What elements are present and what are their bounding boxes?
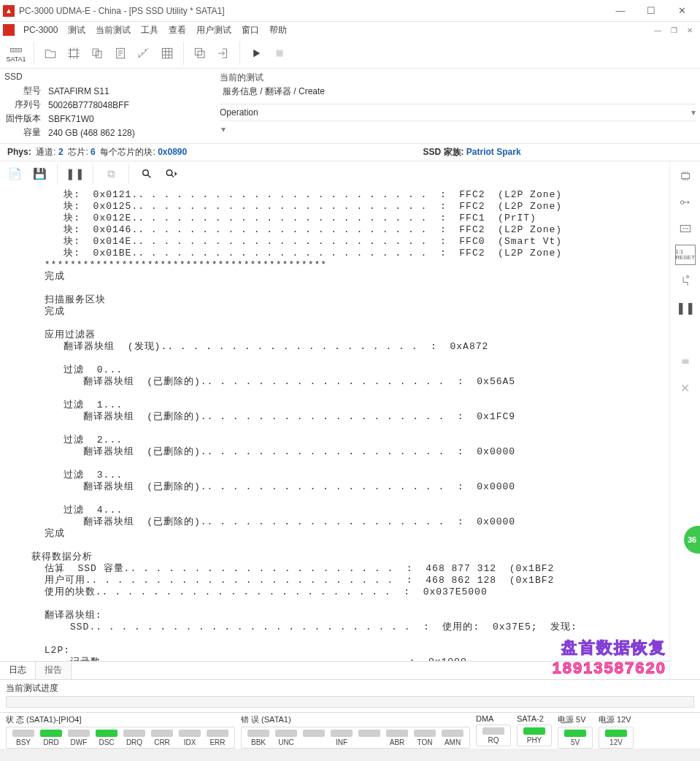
- led-ton: TON: [418, 738, 433, 746]
- status-dma-label: DMA: [476, 714, 511, 723]
- led-err: ERR: [209, 738, 225, 746]
- menu-test[interactable]: 测试: [64, 24, 90, 37]
- find-next-icon[interactable]: [161, 164, 182, 184]
- menu-view[interactable]: 查看: [164, 24, 191, 37]
- copy-icon[interactable]: [87, 40, 107, 66]
- svg-rect-3: [96, 51, 102, 58]
- find-icon[interactable]: [136, 164, 157, 184]
- menu-help[interactable]: 帮助: [265, 24, 291, 37]
- svg-rect-6: [195, 48, 201, 55]
- menu-current-test[interactable]: 当前测试: [91, 24, 135, 37]
- close-button[interactable]: ✕: [666, 0, 697, 22]
- phys-ch-label: 通道:: [36, 147, 55, 157]
- ssd-model-label: 型号: [6, 85, 47, 97]
- open-icon[interactable]: [40, 40, 61, 66]
- log-toolbar: 📄 💾 ❚❚ ⧉: [0, 161, 669, 186]
- sidebar-chip-icon[interactable]: [675, 166, 696, 186]
- svg-rect-2: [93, 49, 99, 56]
- maximize-button[interactable]: ☐: [636, 0, 666, 22]
- led-drd: DRD: [43, 738, 59, 746]
- current-test-path: 服务信息 / 翻译器 / Create: [220, 84, 696, 99]
- svg-point-10: [680, 201, 684, 204]
- menu-window[interactable]: 窗口: [237, 24, 264, 37]
- progress-section: 当前测试进度: [0, 679, 700, 712]
- status-err-label: 错 误 (SATA1): [241, 714, 470, 725]
- svg-rect-8: [277, 50, 283, 56]
- svg-point-13: [685, 228, 686, 229]
- page-icon[interactable]: [110, 40, 131, 66]
- right-sidebar: 1:1RESET ❚❚ ✕: [669, 161, 700, 679]
- sidebar-tools-icon[interactable]: ✕: [675, 378, 696, 398]
- port-sata1-button[interactable]: SATA1: [4, 40, 28, 66]
- watermark-text1: 盘首数据恢复: [552, 637, 666, 659]
- mdi-close[interactable]: ✕: [684, 24, 696, 36]
- phys-blk-label: 每个芯片的块:: [100, 147, 155, 157]
- led-dwf: DWF: [71, 738, 88, 746]
- chip-icon[interactable]: [64, 40, 84, 66]
- menu-user-test[interactable]: 用户测试: [192, 24, 236, 37]
- grid-icon[interactable]: [157, 40, 177, 66]
- led-phy: PHY: [527, 736, 542, 744]
- menu-pc3000[interactable]: PC-3000: [19, 25, 62, 35]
- sidebar-power-icon[interactable]: [675, 271, 696, 291]
- status-row: 状 态 (SATA1)-[PIO4] BSY DRD DWF DSC DRQ C…: [0, 712, 700, 749]
- exit-icon[interactable]: [213, 40, 234, 66]
- current-test-label: 当前的测试: [220, 72, 696, 84]
- phys-blk-value: 0x0890: [158, 147, 187, 157]
- led-abr: ABR: [390, 738, 405, 746]
- menu-tools[interactable]: 工具: [136, 24, 163, 37]
- phys-label: Phys:: [7, 147, 31, 157]
- ssd-cap-label: 容量: [6, 126, 47, 139]
- log-area: 📄 💾 ❚❚ ⧉ 块: 0x0121.. . . . . . . . . . .…: [0, 161, 669, 679]
- operation-expand-arrow[interactable]: ▾: [220, 121, 227, 137]
- window-titlebar: ▲ PC-3000 UDMA-E - China - [PS SSD Utili…: [0, 0, 700, 22]
- new-icon[interactable]: 📄: [4, 164, 25, 184]
- status-err-leds: BBK UNC INF ABR TON AMN: [241, 727, 470, 749]
- sidebar-pause-icon[interactable]: ❚❚: [675, 297, 696, 318]
- stop-icon[interactable]: [269, 40, 290, 66]
- phys-ch-value: 2: [58, 147, 64, 157]
- led-rq: RQ: [488, 736, 499, 744]
- led-inf: INF: [336, 738, 347, 746]
- ruler-icon[interactable]: [134, 40, 154, 66]
- ssd-fw-label: 固件版本: [6, 112, 47, 125]
- phys-chip-label: 芯片:: [68, 147, 88, 157]
- operation-dropdown-arrow[interactable]: ▾: [691, 107, 696, 118]
- pause-icon[interactable]: ❚❚: [65, 164, 85, 184]
- save-icon[interactable]: 💾: [29, 164, 50, 184]
- watermark-text2: 18913587620: [552, 659, 666, 678]
- minimize-button[interactable]: —: [605, 0, 636, 22]
- sidebar-transfer-icon[interactable]: [675, 192, 696, 213]
- sidebar-reset-icon[interactable]: 1:1RESET: [675, 245, 696, 265]
- mdi-restore[interactable]: ❐: [668, 24, 680, 36]
- status-sata1-label: 状 态 (SATA1)-[PIO4]: [6, 714, 235, 725]
- svg-point-15: [686, 276, 688, 278]
- window-title: PC-3000 UDMA-E - China - [PS SSD Utility…: [19, 6, 605, 16]
- led-5v: 5V: [571, 738, 580, 746]
- ssd-serial-label: 序列号: [6, 99, 47, 111]
- tab-report[interactable]: 报告: [36, 662, 72, 679]
- led-bbk: BBK: [251, 738, 266, 746]
- svg-rect-7: [198, 51, 204, 58]
- copy2-icon[interactable]: ⧉: [101, 164, 121, 184]
- play-icon[interactable]: [246, 40, 266, 66]
- svg-rect-5: [162, 48, 172, 58]
- led-crr: CRR: [154, 738, 170, 746]
- led-12v: 12V: [609, 738, 623, 746]
- mdi-minimize[interactable]: —: [652, 24, 664, 36]
- current-test-box: 当前的测试 服务信息 / 翻译器 / Create Operation ▾ ▾: [215, 69, 700, 143]
- ssd-model-value: SATAFIRM S11: [48, 85, 135, 97]
- progress-bar: [6, 696, 694, 708]
- svg-rect-1: [71, 50, 77, 56]
- menu-bar: PC-3000 测试 当前测试 工具 查看 用户测试 窗口 帮助 — ❐ ✕: [0, 22, 700, 38]
- log-text[interactable]: 块: 0x0121.. . . . . . . . . . . . . . . …: [0, 186, 669, 661]
- ssd-info-box: SSD 型号SATAFIRM S11 序列号50026B7778048BFF 固…: [0, 69, 215, 143]
- menu-app-icon: [3, 24, 15, 36]
- tab-log[interactable]: 日志: [0, 662, 36, 679]
- led-bsy: BSY: [16, 738, 31, 746]
- operation-label: Operation: [220, 107, 258, 118]
- sidebar-chip2-icon[interactable]: [675, 351, 696, 372]
- svg-point-14: [687, 228, 688, 229]
- sidebar-board-icon[interactable]: [675, 218, 696, 239]
- stack-icon[interactable]: [190, 40, 210, 66]
